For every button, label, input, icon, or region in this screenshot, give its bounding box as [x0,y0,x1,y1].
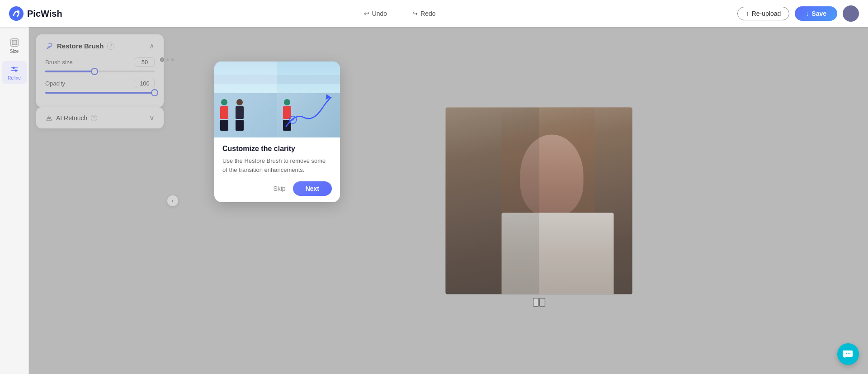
opacity-value: 100 [135,79,155,88]
svg-point-14 [848,353,849,354]
sidebar-item-size-label: Size [10,49,19,54]
opacity-thumb[interactable] [151,89,158,96]
compare-icon-row [533,298,545,307]
redo-button[interactable]: ↪ Redo [407,7,441,20]
runners-left [218,99,246,135]
brush-size-value: 50 [135,57,155,67]
svg-point-0 [9,6,24,21]
svg-rect-9 [539,298,545,306]
sidebar-item-size[interactable]: Size [2,34,27,57]
tooltip-modal: Customize the clarity Use the Restore Br… [214,62,340,202]
svg-point-13 [846,353,847,354]
header-center: ↩ Undo ↪ Redo [359,7,441,20]
collapse-arrow[interactable]: ‹ [167,195,178,206]
tooltip-image-area [214,62,340,137]
restore-brush-panel: Restore Brush ? ∧ Brush size 50 [36,34,164,107]
sidebar-item-refine-label: Refine [8,76,21,80]
restore-brush-icon [45,42,53,50]
brush-size-track[interactable] [45,71,155,72]
redo-icon: ↪ [412,10,418,17]
brush-size-slider-row: Brush size 50 [45,57,155,72]
undo-button[interactable]: ↩ Undo [359,7,392,20]
logo-icon [9,6,24,21]
panel-header: Restore Brush ? ∧ [45,42,155,50]
header-right: ↑ Re-upload ↓ Save [737,5,859,22]
tooltip-image-right [277,62,340,137]
save-icon: ↓ [806,10,809,17]
ai-retouch-expand-icon: ∨ [149,114,155,122]
brush-size-fill [45,71,94,72]
ai-retouch-help-icon[interactable]: ? [91,115,97,121]
dot-2 [167,58,169,61]
svg-point-15 [849,353,850,354]
logo-text: PicWish [27,9,62,19]
ai-retouch-icon [45,114,52,122]
main-area: Restore Brush ? ∧ Brush size 50 [29,27,868,374]
left-sidebar: Size Refine [0,27,29,374]
opacity-fill [45,92,155,94]
svg-point-5 [12,67,14,69]
tooltip-title: Customize the clarity [222,145,332,153]
svg-rect-8 [533,298,538,306]
undo-icon: ↩ [364,10,369,17]
brush-stroke-svg [277,71,340,137]
bridge-left [214,75,277,84]
header: PicWish ↩ Undo ↪ Redo ↑ Re-upload ↓ Save [0,0,868,27]
user-avatar[interactable] [843,5,859,22]
svg-point-1 [17,10,19,13]
tooltip-image-left [214,62,277,137]
tooltip-description: Use the Restore Brush to remove some of … [222,156,332,174]
ai-retouch-title: AI Retouch ? [45,114,97,122]
help-icon[interactable]: ? [107,43,114,50]
save-button[interactable]: ↓ Save [795,6,837,21]
sidebar-item-refine[interactable]: Refine [2,61,27,84]
svg-point-7 [14,70,17,72]
tooltip-actions: Skip Next [222,181,332,196]
svg-point-12 [292,119,294,121]
svg-rect-3 [12,40,17,45]
brush-size-thumb[interactable] [91,68,98,75]
reupload-button[interactable]: ↑ Re-upload [737,7,790,20]
panel-title: Restore Brush ? [45,42,114,50]
tooltip-content: Customize the clarity Use the Restore Br… [214,137,340,202]
skip-button[interactable]: Skip [273,185,285,192]
panel-collapse-button[interactable]: ∧ [149,42,155,50]
chat-bubble[interactable] [837,343,859,365]
compare-icon[interactable] [533,298,545,307]
chat-icon [843,349,854,360]
ai-retouch-panel[interactable]: AI Retouch ? ∨ [36,107,164,128]
opacity-label: Opacity [45,80,65,87]
dot-3 [171,58,174,61]
dim-overlay [446,107,539,294]
opacity-slider-row: Opacity 100 [45,79,155,94]
upload-icon: ↑ [746,10,749,17]
next-button[interactable]: Next [293,181,332,196]
dot-1 [160,57,164,62]
main-image-container [446,107,632,294]
chevron-left-icon: ‹ [172,198,174,204]
logo: PicWish [9,6,62,21]
brush-size-label: Brush size [45,59,73,66]
main-image [446,107,632,294]
refine-icon [10,65,19,74]
dots-connector [160,57,174,62]
size-icon [10,38,19,47]
opacity-track[interactable] [45,92,155,94]
runner-2 [233,99,246,135]
runner-1 [218,99,231,135]
